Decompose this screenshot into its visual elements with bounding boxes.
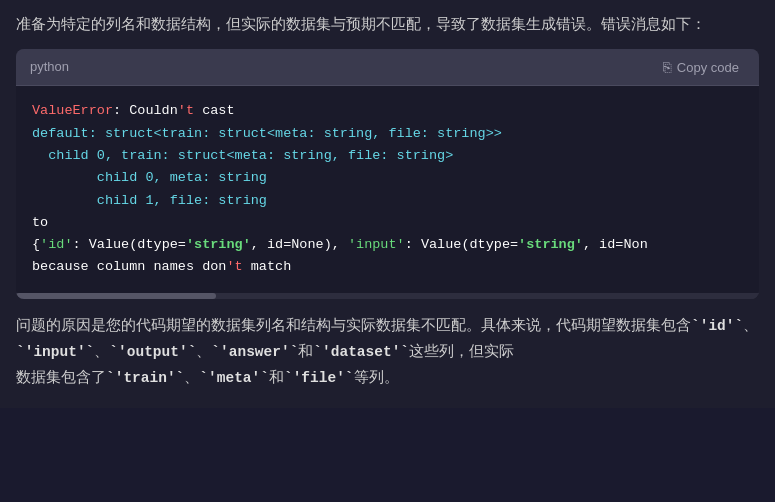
inline-code-file: `'file'` xyxy=(284,370,354,386)
page-container: 准备为特定的列名和数据结构，但实际的数据集与预期不匹配，导致了数据集生成错误。错… xyxy=(0,0,775,408)
conclusion-text: 问题的原因是您的代码期望的数据集列名和结构与实际数据集不匹配。具体来说，代码期望… xyxy=(16,313,759,392)
dict-line: { xyxy=(32,237,40,252)
copy-button[interactable]: ⎘ Copy code xyxy=(657,57,745,77)
scrollbar-thumb[interactable] xyxy=(16,293,216,299)
error-keyword: ValueError xyxy=(32,103,113,118)
inline-code-train: `'train'` xyxy=(106,370,184,386)
inline-code-input: `'input'` xyxy=(16,344,94,360)
code-block-wrapper: python ⎘ Copy code ValueError: Couldn't … xyxy=(16,49,759,299)
inline-code-answer: `'answer'` xyxy=(211,344,298,360)
scrollbar-track[interactable] xyxy=(16,293,759,299)
copy-label: Copy code xyxy=(677,60,739,75)
inline-code-dataset: `'dataset'` xyxy=(313,344,409,360)
default-line: default: struct<train: struct<meta: stri… xyxy=(32,126,502,141)
code-body: ValueError: Couldn't cast default: struc… xyxy=(16,86,759,292)
inline-code-output: `'output'` xyxy=(109,344,196,360)
to-line: to xyxy=(32,215,48,230)
inline-code-id: `'id'` xyxy=(691,318,743,334)
intro-text: 准备为特定的列名和数据结构，但实际的数据集与预期不匹配，导致了数据集生成错误。错… xyxy=(16,12,759,37)
copy-icon: ⎘ xyxy=(663,59,671,75)
code-pre: ValueError: Couldn't cast default: struc… xyxy=(32,100,743,278)
code-header: python ⎘ Copy code xyxy=(16,49,759,87)
because-line: because column names don xyxy=(32,259,226,274)
code-lang: python xyxy=(30,57,69,78)
inline-code-meta: `'meta'` xyxy=(199,370,269,386)
